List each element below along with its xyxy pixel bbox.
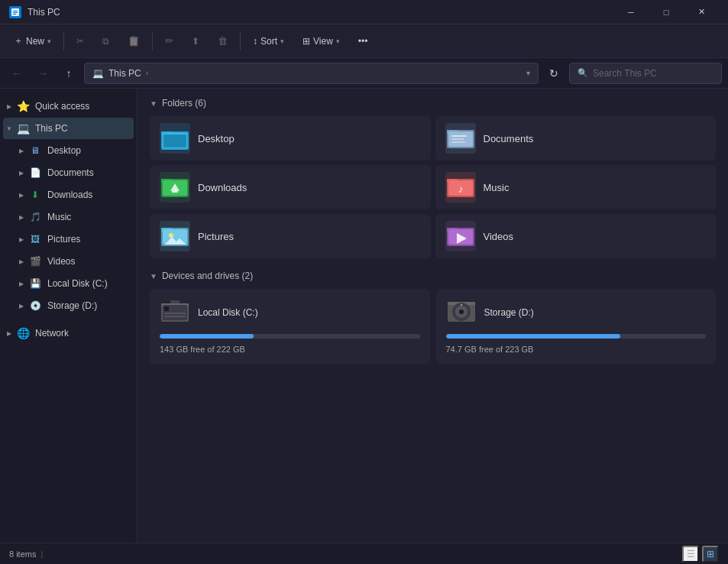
documents-icon: 📄 [28,165,43,180]
downloads-folder-icon [160,172,190,203]
videos-folder-icon [445,221,476,251]
refresh-icon: ↻ [549,67,558,79]
documents-folder-icon [445,123,476,154]
svg-rect-13 [451,141,465,143]
view-button[interactable]: ⊞ View ▾ [295,32,348,50]
drive-d-bar-fill [446,334,620,339]
sidebar-item-music[interactable]: ▶ 🎵 Music [3,206,134,228]
address-input[interactable]: 💻 This PC › ▾ [84,63,539,84]
sort-icon: ↕ [253,36,257,47]
sort-label: Sort [260,36,277,47]
new-button[interactable]: ＋ New ▾ [6,31,59,51]
this-pc-label: This PC [35,123,68,134]
more-button[interactable]: ••• [351,32,376,50]
downloads-icon: ⬇ [28,187,43,203]
close-button[interactable]: ✕ [684,0,719,24]
folder-item-desktop[interactable]: Desktop [150,116,431,160]
svg-point-43 [459,310,464,314]
drive-c-name: Local Disk (C:) [198,307,258,318]
window-icon [9,6,21,18]
svg-point-44 [460,304,462,306]
cut-button[interactable]: ✂ [69,32,92,50]
delete-button[interactable]: 🗑 [210,31,235,50]
svg-rect-38 [170,300,180,303]
window-title: This PC [28,7,613,18]
minimize-button[interactable]: ─ [613,0,649,24]
drive-c-space: 143 GB free of 222 GB [160,345,245,354]
toolbar-sep-3 [240,32,241,50]
folder-item-downloads[interactable]: Downloads [150,165,431,209]
sort-arrow-icon: ▾ [280,37,284,45]
quick-access-icon: ⭐ [15,99,31,114]
sidebar-item-pictures[interactable]: ▶ 🖼 Pictures [3,229,134,250]
paste-button[interactable]: 📋 [120,31,147,50]
refresh-button[interactable]: ↻ [543,63,565,84]
up-icon: ↑ [66,67,72,79]
sidebar-item-quick-access[interactable]: ▶ ⭐ Quick access [3,96,134,117]
back-button[interactable]: ← [6,63,28,84]
svg-text:♪: ♪ [458,183,463,195]
devices-section-header: ▼ Devices and drives (2) [150,271,716,281]
folders-chevron-icon[interactable]: ▼ [150,99,157,108]
sidebar-item-storage[interactable]: ▶ 💿 Storage (D:) [3,295,134,316]
up-button[interactable]: ↑ [58,63,79,84]
copy-icon: ⧉ [102,36,109,47]
quick-access-expand-icon: ▶ [3,100,15,112]
maximize-button[interactable]: □ [649,0,684,24]
local-disk-label: Local Disk (C:) [47,278,108,289]
videos-expand-icon: ▶ [15,255,28,267]
folder-item-music[interactable]: ♪ Music [435,165,717,209]
pictures-label: Pictures [47,234,80,245]
drive-item-c[interactable]: Local Disk (C:) 143 GB free of 222 GB [150,289,430,364]
svg-rect-2 [13,12,18,13]
item-count: 8 items [9,549,36,559]
desktop-folder-icon [160,123,190,154]
svg-rect-35 [164,306,169,311]
search-placeholder: Search This PC [593,68,657,79]
sidebar-item-desktop[interactable]: ▶ 🖥 Desktop [3,140,134,161]
more-icon: ••• [358,36,368,47]
rename-button[interactable]: ✏ [157,31,181,50]
sidebar-item-videos[interactable]: ▶ 🎬 Videos [3,251,134,272]
paste-icon: 📋 [128,35,140,47]
sidebar-item-this-pc[interactable]: ▼ 💻 This PC [3,118,134,139]
svg-rect-37 [164,316,186,317]
sidebar-item-documents[interactable]: ▶ 📄 Documents [3,162,134,183]
content-area: ▼ Folders (6) Desktop [138,89,728,543]
list-view-button[interactable]: ☰ [682,546,699,562]
path-arrow: › [146,69,148,77]
drive-item-d[interactable]: Storage (D:) 74.7 GB free of 223 GB [436,289,717,364]
sidebar-item-downloads[interactable]: ▶ ⬇ Downloads [3,184,134,206]
view-label: View [313,36,333,47]
window-controls: ─ □ ✕ [613,0,719,24]
svg-rect-1 [13,11,18,11]
folder-item-pictures[interactable]: Pictures [150,214,431,258]
svg-rect-11 [451,135,467,137]
rename-icon: ✏ [165,35,173,47]
network-icon: 🌐 [15,326,31,341]
music-folder-icon: ♪ [445,172,476,203]
sidebar-item-local-disk[interactable]: ▶ 💾 Local Disk (C:) [3,273,134,294]
sidebar-item-network[interactable]: ▶ 🌐 Network [3,323,134,344]
share-button[interactable]: ⬆ [184,32,207,50]
drive-c-icon [160,297,190,328]
address-bar: ← → ↑ 💻 This PC › ▾ ↻ 🔍 Search This PC [0,58,728,89]
storage-expand-icon: ▶ [15,300,28,312]
svg-rect-12 [451,138,464,140]
search-icon: 🔍 [578,68,588,78]
main-layout: ▶ ⭐ Quick access ▼ 💻 This PC ▶ 🖥 Desktop… [0,89,728,543]
view-icon: ⊞ [303,36,310,47]
sort-button[interactable]: ↕ Sort ▾ [245,32,292,50]
grid-view-button[interactable]: ⊞ [702,546,719,562]
folder-item-documents[interactable]: Documents [435,116,717,160]
this-pc-icon: 💻 [15,121,31,136]
copy-button[interactable]: ⧉ [95,32,117,50]
devices-section-title: Devices and drives (2) [162,271,253,281]
forward-button[interactable]: → [32,63,53,84]
folder-item-videos[interactable]: Videos [435,214,717,258]
status-separator: | [40,549,43,559]
new-icon: ＋ [14,34,23,47]
network-expand-icon: ▶ [3,327,15,339]
search-box[interactable]: 🔍 Search This PC [569,63,722,84]
devices-chevron-icon[interactable]: ▼ [150,272,157,280]
